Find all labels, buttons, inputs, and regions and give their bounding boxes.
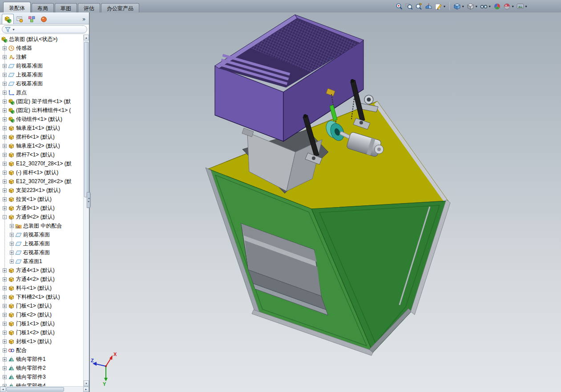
tree-item-label: 右视基准面: [23, 249, 50, 256]
dropdown-caret-icon[interactable]: ▼: [443, 5, 446, 8]
tree-item[interactable]: +轴承座1<2> (默认): [0, 141, 83, 150]
dropdown-caret-icon[interactable]: ▼: [525, 5, 528, 8]
plane-icon: [8, 63, 15, 69]
part-icon: [8, 160, 15, 167]
filter-row: ▼: [0, 24, 89, 34]
tree-item[interactable]: +门板<1> (默认): [0, 301, 83, 310]
vertical-scroll-thumb[interactable]: [84, 42, 89, 197]
tree-item[interactable]: +镜向零部件3: [0, 372, 83, 381]
chevron-down-icon[interactable]: ▼: [12, 28, 15, 31]
solidworks-window: 装配体布局草图评估办公室产品 ▼▼▼▼▼▼ » ▼ 总装图 (默认<状态>)+传…: [0, 0, 561, 392]
zoom-to-selection-icon: [415, 3, 423, 10]
sketch-visibility-button[interactable]: ▼: [434, 1, 446, 11]
section-view-button[interactable]: [424, 1, 433, 11]
graphics-area[interactable]: X Y Z: [90, 12, 561, 392]
scroll-right-icon[interactable]: ►: [83, 387, 89, 392]
tree-filter-input[interactable]: ▼: [2, 25, 87, 33]
tree-item[interactable]: +方通4<1> (默认): [0, 266, 83, 275]
dropdown-caret-icon[interactable]: ▼: [461, 5, 464, 8]
tree-item[interactable]: +下料槽2<1> (默认): [0, 292, 83, 301]
tree-item[interactable]: -方通9<2> (默认): [0, 212, 83, 221]
tree-item-label: 方通4<1> (默认): [16, 267, 55, 274]
tree-item[interactable]: +摆杆7<1> (默认): [0, 150, 83, 159]
tree-item[interactable]: 总装图 (默认<状态>): [0, 35, 83, 44]
tree-item[interactable]: +门板<2> (默认): [0, 310, 83, 319]
triad-x-label: X: [113, 352, 117, 357]
tree-item[interactable]: +料斗<1> (默认): [0, 284, 83, 292]
propertymanager-icon: [16, 16, 24, 23]
dropdown-caret-icon[interactable]: ▼: [511, 5, 514, 8]
tree-item[interactable]: +配合: [0, 346, 83, 355]
tree-item[interactable]: +方通9<1> (默认): [0, 204, 83, 212]
part-icon: [8, 187, 15, 194]
part-icon: [8, 143, 15, 149]
tree-item-label: E12_30270f_28<1> (默: [16, 160, 72, 168]
scroll-left-icon[interactable]: ◄: [0, 387, 6, 392]
panel-tab-configurationmanager[interactable]: [26, 14, 38, 24]
view-settings-icon: [517, 3, 524, 10]
tab-office-products[interactable]: 办公室产品: [101, 3, 139, 12]
panel-splitter[interactable]: ◄►: [87, 192, 91, 208]
tree-item[interactable]: +上视基准面: [0, 239, 83, 248]
tree-item[interactable]: +轴承座1<1> (默认): [0, 124, 83, 132]
part-icon: [8, 205, 15, 212]
tree-item[interactable]: +基准面1: [0, 257, 83, 266]
zoom-in-button[interactable]: [395, 1, 404, 11]
zoom-area-button[interactable]: [405, 1, 413, 11]
tree-item[interactable]: +前视基准面: [0, 230, 83, 239]
scroll-up-icon[interactable]: ▲: [84, 35, 89, 40]
tree-item-label: 镜向零部件1: [16, 356, 46, 363]
tree-item[interactable]: +上视基准面: [0, 70, 83, 79]
tree-item[interactable]: +右视基准面: [0, 248, 83, 257]
tree-item[interactable]: +门板1<2> (默认): [0, 328, 83, 337]
dropdown-caret-icon[interactable]: ▼: [475, 5, 478, 8]
tree-item[interactable]: +(固定) 出料槽组件<1> (: [0, 106, 83, 115]
tree-item-label: 拉簧<1> (默认): [16, 196, 52, 203]
scroll-down-icon[interactable]: ▼: [84, 380, 89, 386]
tree-item[interactable]: +E12_30270f_28<1> (默: [0, 159, 83, 168]
tab-sketch[interactable]: 草图: [55, 3, 77, 12]
hide-show-items-button[interactable]: ▼: [480, 1, 492, 11]
tab-evaluate[interactable]: 评估: [78, 3, 100, 12]
apply-scene-button[interactable]: ▼: [503, 1, 515, 11]
dropdown-caret-icon[interactable]: ▼: [488, 5, 491, 8]
panel-tab-displaymanager[interactable]: [38, 14, 50, 24]
tab-layout[interactable]: 布局: [32, 3, 54, 12]
tab-assembly[interactable]: 装配体: [3, 2, 31, 12]
horizontal-scroll-thumb[interactable]: [6, 387, 64, 392]
view-orientation-button[interactable]: ▼: [453, 1, 465, 11]
view-settings-button[interactable]: ▼: [516, 1, 528, 11]
panel-tab-propertymanager[interactable]: [14, 14, 26, 24]
tree-vertical-scrollbar[interactable]: ▲ ▼: [83, 35, 89, 386]
zoom-to-selection-button[interactable]: [415, 1, 423, 11]
mates-icon: [8, 347, 15, 354]
tree-item[interactable]: +支架223<1> (默认): [0, 186, 83, 195]
tree-horizontal-scrollbar[interactable]: ◄ ►: [0, 386, 89, 392]
part-icon: [8, 276, 15, 283]
tree-item[interactable]: +原点: [0, 88, 83, 97]
edit-appearance-button[interactable]: [493, 1, 501, 11]
apply-scene-icon: [503, 3, 511, 10]
tree-item[interactable]: +镜向零部件4: [0, 381, 83, 386]
tree-item[interactable]: +传感器: [0, 44, 83, 52]
display-style-button[interactable]: ▼: [466, 1, 478, 11]
tree-item[interactable]: +封板<1> (默认): [0, 337, 83, 346]
tree-item-label: 镜向零部件2: [16, 364, 46, 372]
panel-overflow-button[interactable]: »: [82, 16, 88, 24]
tree-item[interactable]: +方通4<2> (默认): [0, 275, 83, 284]
panel-tab-featuremanager[interactable]: [2, 14, 14, 24]
tree-item[interactable]: +镜向零部件2: [0, 364, 83, 372]
tree-item[interactable]: +A注解: [0, 52, 83, 61]
tree-item[interactable]: +拉簧<1> (默认): [0, 195, 83, 204]
tree-item[interactable]: +右视基准面: [0, 79, 83, 88]
tree-guide-line: [4, 44, 5, 386]
tree-item[interactable]: +E12_30270f_28<2> (默: [0, 177, 83, 186]
tree-item[interactable]: +传动组件<1> (默认): [0, 115, 83, 124]
tree-item[interactable]: +门板1<1> (默认): [0, 319, 83, 328]
tree-item[interactable]: +摆杆6<1> (默认): [0, 132, 83, 141]
tree-item[interactable]: +(固定) 架子组件<1> (默: [0, 97, 83, 106]
tree-item[interactable]: +(-) 摇杆<1> (默认): [0, 168, 83, 177]
tree-item[interactable]: +总装图 中的配合: [0, 221, 83, 230]
tree-item[interactable]: +前视基准面: [0, 61, 83, 70]
tree-item[interactable]: +镜向零部件1: [0, 355, 83, 364]
